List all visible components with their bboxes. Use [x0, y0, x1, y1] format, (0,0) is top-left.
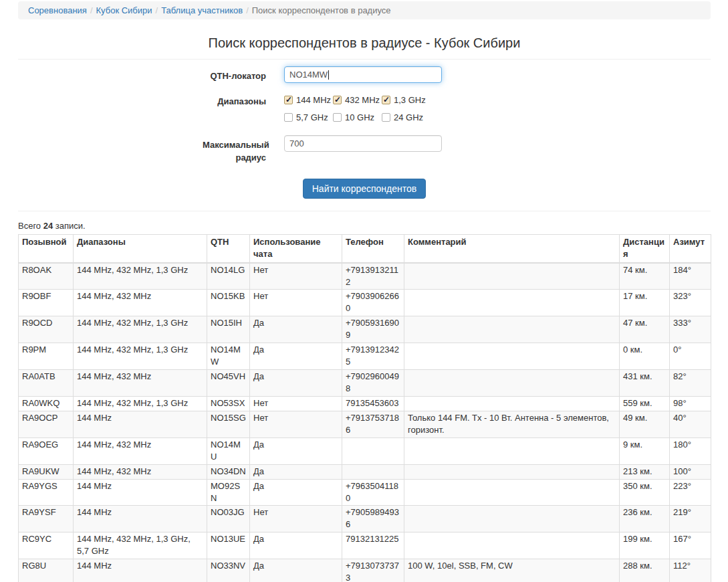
- table-cell: [404, 316, 620, 343]
- bands-label: Диапазоны: [203, 92, 266, 130]
- table-cell: 112°: [670, 559, 711, 582]
- max-radius-value: 700: [289, 138, 304, 149]
- results-summary: Всего 24 записи.: [18, 221, 711, 231]
- table-cell: +79039062660: [342, 290, 404, 316]
- table-row: RA9OEG144 MHz, 432 MHzNO14MUДа9 км.180°: [19, 438, 711, 464]
- table-cell: NO15KB: [207, 290, 250, 316]
- table-cell: Нет: [250, 506, 342, 532]
- band-checkbox-label: 10 GHz: [345, 112, 374, 122]
- table-cell: Нет: [250, 263, 342, 290]
- table-cell: 323°: [670, 290, 711, 316]
- table-cell: 236 км.: [620, 506, 670, 532]
- checkbox-unchecked-icon[interactable]: [382, 113, 390, 122]
- table-cell: 40°: [670, 411, 711, 438]
- band-checkbox-label: 1,3 GHz: [394, 95, 426, 105]
- table-row: RC9YC144 MHz, 432 MHz, 1,3 GHz, 5,7 GHzN…: [19, 532, 711, 559]
- table-cell: Да: [250, 316, 342, 343]
- table-cell: Нет: [250, 411, 342, 438]
- table-cell: [404, 263, 620, 290]
- table-cell: [404, 479, 620, 506]
- qth-locator-label: QTH-локатор: [203, 66, 266, 83]
- table-cell: Да: [250, 343, 342, 370]
- table-cell: NO14MU: [207, 438, 250, 464]
- band-checkbox-5-7-ghz[interactable]: 5,7 GHz: [284, 112, 333, 122]
- table-cell: [404, 506, 620, 532]
- table-cell: [404, 290, 620, 316]
- band-checkbox-label: 5,7 GHz: [296, 112, 328, 122]
- table-cell: 144 MHz, 432 MHz, 1,3 GHz: [74, 396, 207, 411]
- table-cell: R9OCD: [19, 316, 74, 343]
- table-cell: 100 W, 10el, SSB, FM, CW: [404, 559, 620, 582]
- qth-form-group: QTH-локатор NO14MW: [18, 66, 711, 83]
- table-cell: 144 MHz: [74, 479, 207, 506]
- table-cell: 100°: [670, 464, 711, 479]
- table-cell: 219°: [670, 506, 711, 532]
- table-cell: +79059316909: [342, 316, 404, 343]
- table-row: RA9UKW144 MHz, 432 MHzNO34DNДа213 км.100…: [19, 464, 711, 479]
- column-header: Использование чата: [250, 234, 342, 262]
- table-cell: NO34DN: [207, 464, 250, 479]
- table-cell: NO13UE: [207, 532, 250, 559]
- checkbox-unchecked-icon[interactable]: [284, 113, 293, 122]
- table-row: RA0WKQ144 MHz, 432 MHz, 1,3 GHzNO53SXНет…: [19, 396, 711, 411]
- table-cell: NO15SG: [207, 411, 250, 438]
- table-cell: Да: [250, 438, 342, 464]
- breadcrumb-link-participants-table[interactable]: Таблица участников: [161, 5, 243, 15]
- column-header: Комментарий: [404, 234, 620, 262]
- max-radius-label: Максимальный радиус: [203, 135, 266, 165]
- column-header: Диапазоны: [74, 234, 207, 262]
- table-cell: [404, 396, 620, 411]
- max-radius-input[interactable]: 700: [284, 135, 442, 152]
- table-row: R9OCD144 MHz, 432 MHz, 1,3 GHzNO15IHДа+7…: [19, 316, 711, 343]
- find-correspondents-button[interactable]: Найти корреспондентов: [303, 179, 427, 199]
- table-cell: 180°: [670, 438, 711, 464]
- table-cell: RG8U: [19, 559, 74, 582]
- table-cell: 17 км.: [620, 290, 670, 316]
- table-row: R8OAK144 MHz, 432 MHz, 1,3 GHzNO14LGНет+…: [19, 263, 711, 290]
- band-checkbox-1-3-ghz[interactable]: 1,3 GHz: [382, 95, 431, 105]
- table-cell: NO14MW: [207, 343, 250, 370]
- breadcrumb-link-cup-of-siberia[interactable]: Кубок Сибири: [96, 5, 152, 15]
- breadcrumb: Соревнования/Кубок Сибири/Таблица участн…: [18, 1, 711, 19]
- qth-locator-value: NO14MW: [289, 70, 328, 80]
- table-cell: +79139132112: [342, 263, 404, 290]
- table-cell: 74 км.: [620, 263, 670, 290]
- search-form: QTH-локатор NO14MW Диапазоны 144 MHz432 …: [18, 66, 711, 199]
- breadcrumb-link-competitions[interactable]: Соревнования: [28, 5, 87, 15]
- breadcrumb-separator: /: [152, 5, 162, 15]
- column-header: QTH: [207, 234, 250, 262]
- table-cell: NO15IH: [207, 316, 250, 343]
- table-cell: 144 MHz: [74, 411, 207, 438]
- band-checkbox-144-mhz[interactable]: 144 MHz: [284, 95, 333, 105]
- table-cell: [404, 438, 620, 464]
- table-row: RA9YGS144 MHzMO92SNДа+79635041180350 км.…: [19, 479, 711, 506]
- checkbox-checked-icon[interactable]: [333, 96, 342, 104]
- checkbox-checked-icon[interactable]: [382, 96, 390, 104]
- band-checkbox-432-mhz[interactable]: 432 MHz: [333, 95, 382, 105]
- table-cell: R9PM: [19, 343, 74, 370]
- table-cell: 431 км.: [620, 370, 670, 397]
- summary-count: 24: [43, 221, 53, 231]
- table-row: RA0ATB144 MHz, 432 MHzNO45VHДа+790296004…: [19, 370, 711, 397]
- table-cell: [404, 370, 620, 397]
- table-cell: NO53SX: [207, 396, 250, 411]
- checkbox-unchecked-icon[interactable]: [333, 113, 342, 122]
- table-cell: 333°: [670, 316, 711, 343]
- table-cell: +79635041180: [342, 479, 404, 506]
- page-title: Поиск корреспондентов в радиусе - Кубок …: [18, 35, 711, 51]
- table-cell: +79139123425: [342, 343, 404, 370]
- table-cell: 47 км.: [620, 316, 670, 343]
- column-header: Позывной: [19, 234, 74, 262]
- divider: [18, 211, 711, 211]
- table-cell: 223°: [670, 479, 711, 506]
- table-cell: Да: [250, 464, 342, 479]
- qth-locator-input[interactable]: NO14MW: [284, 66, 442, 83]
- band-checkbox-10-ghz[interactable]: 10 GHz: [333, 112, 382, 122]
- band-checkbox-24-ghz[interactable]: 24 GHz: [382, 112, 431, 122]
- page-container: Соревнования/Кубок Сибири/Таблица участн…: [18, 1, 711, 582]
- table-cell: Да: [250, 370, 342, 397]
- table-cell: 144 MHz, 432 MHz: [74, 290, 207, 316]
- table-cell: Да: [250, 479, 342, 506]
- checkbox-checked-icon[interactable]: [284, 96, 293, 104]
- table-cell: RA9YGS: [19, 479, 74, 506]
